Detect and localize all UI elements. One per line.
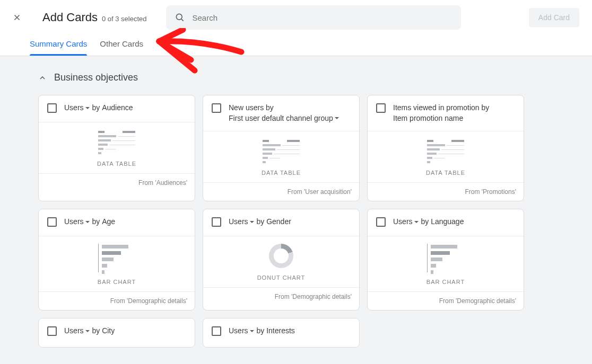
card-source: From 'Demographic details': [368, 291, 524, 310]
table-preview-icon: [263, 139, 300, 163]
card-checkbox[interactable]: [376, 103, 386, 113]
card-title-line1: New users by: [229, 103, 274, 112]
dimension-dropdown: Interests: [266, 326, 295, 336]
card-checkbox[interactable]: [212, 217, 221, 227]
preview-type-label: DATA TABLE: [262, 170, 301, 176]
dimension-label: Item promotion name: [393, 113, 463, 124]
metric-label: Users: [229, 326, 248, 336]
svg-point-0: [176, 14, 182, 20]
caret-down-icon: [249, 329, 255, 334]
card-title: Users by City: [64, 326, 115, 336]
card-title: Users by Gender: [229, 217, 291, 227]
by-text: by: [421, 217, 431, 226]
table-preview-icon: [98, 130, 135, 154]
card: Users by Gender DONUT CHART From 'Demogr…: [203, 209, 360, 310]
card-title: Users by Audience: [64, 103, 133, 113]
card-source: From 'Promotions': [368, 182, 524, 201]
dimension-dropdown: Audience: [102, 103, 133, 113]
caret-down-icon: [334, 116, 339, 121]
card: Users by Age BAR CHART From 'Demographic…: [38, 209, 195, 310]
dimension-dropdown: Item promotion name: [393, 113, 463, 124]
dimension-label: First user default channel group: [229, 113, 333, 124]
caret-down-icon: [85, 219, 90, 225]
add-card-button[interactable]: Add Card: [529, 8, 579, 27]
dimension-label: Audience: [102, 103, 133, 113]
dimension-label: Age: [102, 217, 115, 227]
by-text: by: [256, 217, 266, 226]
card-title: Items viewed in promotion by Item promot…: [393, 103, 489, 123]
barchart-preview-icon: [98, 244, 135, 272]
dimension-dropdown: Language: [431, 217, 464, 227]
caret-down-icon: [414, 219, 419, 225]
metric-label: Users: [64, 326, 84, 336]
preview-type-label: DONUT CHART: [257, 274, 306, 281]
metric-dropdown[interactable]: Users: [64, 217, 90, 227]
donut-preview-icon: [269, 244, 293, 268]
card: Users by Audience DATA TABLE From 'Audie…: [38, 95, 195, 201]
metric-label: Users: [229, 217, 248, 227]
metric-label: Users: [64, 217, 84, 227]
tabs: Summary Cards Other Cards: [0, 30, 592, 56]
dimension-label: City: [102, 326, 115, 336]
table-preview-icon: [427, 139, 464, 163]
title-block: Add Cards 0 of 3 selected: [42, 11, 147, 24]
metric-dropdown[interactable]: Users: [64, 103, 90, 113]
dimension-dropdown: Age: [102, 217, 115, 227]
by-text: by: [92, 217, 102, 226]
dimension-dropdown: Gender: [266, 217, 291, 227]
barchart-preview-icon: [427, 244, 464, 272]
dimension-dropdown: City: [102, 326, 115, 336]
card: Users by Interests: [203, 318, 360, 348]
card-title: Users by Age: [64, 217, 115, 227]
card-checkbox[interactable]: [47, 326, 57, 336]
card: New users by First user default channel …: [203, 95, 360, 201]
card-checkbox[interactable]: [47, 217, 57, 227]
tab-summary-cards[interactable]: Summary Cards: [30, 39, 87, 56]
dimension-label: Language: [431, 217, 464, 227]
card-checkbox[interactable]: [212, 103, 221, 113]
card-source: From 'Audiences': [39, 173, 195, 192]
search-icon: [175, 12, 185, 23]
selection-count: 0 of 3 selected: [102, 15, 147, 23]
card: Users by Language BAR CHART From 'Demogr…: [367, 209, 524, 310]
preview-type-label: DATA TABLE: [97, 161, 136, 167]
metric-label: Users: [64, 103, 84, 113]
caret-down-icon: [85, 329, 90, 334]
metric-dropdown[interactable]: Users: [229, 326, 255, 336]
card-title: Users by Interests: [229, 326, 295, 336]
card: Items viewed in promotion by Item promot…: [367, 95, 524, 201]
preview-type-label: DATA TABLE: [426, 170, 465, 176]
dimension-dropdown[interactable]: First user default channel group: [229, 113, 339, 124]
chevron-up-icon: [38, 74, 47, 82]
dimension-label: Interests: [266, 326, 295, 336]
by-text: by: [92, 326, 102, 335]
card-source: From 'Demographic details': [39, 291, 195, 310]
tab-other-cards[interactable]: Other Cards: [100, 39, 143, 56]
card-title-line1: Items viewed in promotion by: [393, 103, 489, 112]
search-box[interactable]: [166, 5, 461, 30]
close-icon: [12, 13, 22, 22]
card-title: New users by First user default channel …: [229, 103, 339, 123]
by-text: by: [92, 103, 102, 112]
card-source: From 'Demographic details': [203, 287, 359, 306]
search-input[interactable]: [193, 13, 452, 22]
card-checkbox[interactable]: [376, 217, 386, 227]
close-button[interactable]: [11, 11, 23, 24]
card-checkbox[interactable]: [47, 103, 57, 113]
section-header[interactable]: Business objectives: [38, 72, 554, 83]
metric-dropdown[interactable]: Users: [393, 217, 419, 227]
card-checkbox[interactable]: [212, 326, 221, 336]
by-text: by: [256, 326, 266, 335]
section-title: Business objectives: [54, 72, 138, 83]
page-title: Add Cards: [42, 11, 98, 24]
preview-type-label: BAR CHART: [426, 279, 465, 285]
card-source: From 'User acquisition': [203, 182, 359, 201]
card: Users by City: [38, 318, 195, 348]
metric-dropdown[interactable]: Users: [64, 326, 90, 336]
card-title: Users by Language: [393, 217, 464, 227]
dimension-label: Gender: [266, 217, 291, 227]
metric-dropdown[interactable]: Users: [229, 217, 255, 227]
metric-label: Users: [393, 217, 413, 227]
caret-down-icon: [249, 219, 255, 225]
caret-down-icon: [85, 105, 90, 111]
